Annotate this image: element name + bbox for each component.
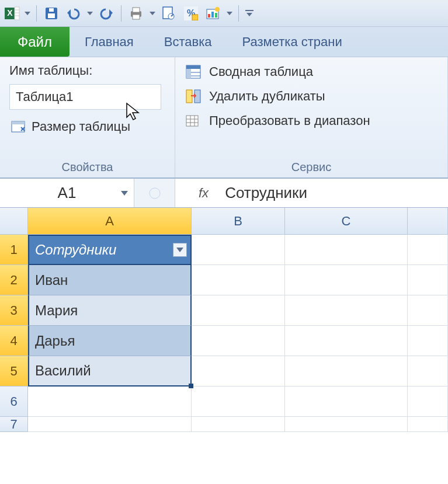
resize-table-icon [9, 118, 27, 135]
worksheet-grid: A B C 1 Сотрудники 2 Иван 3 Мария 4 Дарь… [0, 208, 448, 432]
percent-format-button[interactable]: % [181, 4, 201, 23]
cell-d6[interactable] [408, 386, 448, 417]
row-header-7[interactable]: 7 [0, 417, 28, 432]
cell-a6[interactable] [28, 386, 192, 417]
cell-b1[interactable] [192, 235, 285, 265]
redo-button[interactable] [96, 4, 116, 23]
tab-page-layout[interactable]: Разметка страни [227, 27, 357, 57]
svg-point-37 [150, 188, 160, 199]
undo-dropdown-icon[interactable] [86, 12, 94, 15]
column-header-a[interactable]: A [28, 208, 192, 235]
cell-b5[interactable] [192, 356, 285, 386]
table-name-input[interactable] [9, 84, 161, 110]
page-setup-button[interactable] [159, 4, 179, 23]
tab-home[interactable]: Главная [70, 27, 149, 57]
svg-rect-11 [133, 15, 140, 19]
pivot-table-button[interactable]: Сводная таблица [185, 63, 438, 81]
filter-dropdown-button[interactable] [173, 243, 187, 257]
ribbon-body: Имя таблицы: Размер таблицы Свойства Сво… [0, 57, 448, 179]
svg-rect-22 [245, 10, 253, 11]
ribbon-group-properties: Имя таблицы: Размер таблицы Свойства [0, 57, 175, 177]
row-header-4[interactable]: 4 [0, 326, 28, 356]
cell-c2[interactable] [285, 265, 408, 295]
pivot-table-label: Сводная таблица [209, 64, 313, 79]
resize-table-button[interactable]: Размер таблицы [9, 118, 165, 135]
formula-bar: A1 fx Сотрудники [0, 179, 448, 208]
ribbon-tabs: Файл Главная Вставка Разметка страни [0, 27, 448, 57]
save-button[interactable] [41, 4, 61, 23]
group-label-properties: Свойства [9, 157, 165, 174]
cell-c1[interactable] [285, 235, 408, 265]
row-header-2[interactable]: 2 [0, 265, 28, 295]
svg-point-21 [215, 7, 220, 12]
cell-a7[interactable] [28, 417, 192, 432]
cell-d5[interactable] [408, 356, 448, 386]
print-button[interactable] [126, 4, 146, 23]
fx-insert-button[interactable] [134, 179, 175, 207]
cell-b2[interactable] [192, 265, 285, 295]
qat-customize-dropdown-icon[interactable] [244, 10, 255, 17]
tab-file[interactable]: Файл [0, 27, 70, 57]
undo-button[interactable] [64, 4, 84, 23]
quick-access-toolbar: X % [0, 0, 448, 27]
svg-rect-24 [12, 121, 25, 124]
cell-b3[interactable] [192, 295, 285, 326]
pivot-table-icon [185, 63, 202, 81]
column-header-c[interactable]: C [285, 208, 408, 235]
table-row[interactable]: Дарья [28, 326, 192, 356]
cell-c5[interactable] [285, 356, 408, 386]
column-header-extra[interactable] [408, 208, 448, 235]
app-menu-dropdown-icon[interactable] [23, 12, 32, 15]
remove-duplicates-icon [185, 88, 202, 105]
chart-wizard-button[interactable] [203, 4, 223, 23]
cell-c3[interactable] [285, 295, 408, 326]
table-header-cell[interactable]: Сотрудники [28, 235, 192, 265]
table-row[interactable]: Мария [28, 295, 192, 326]
name-box[interactable]: A1 [0, 179, 134, 207]
excel-logo-icon: X [4, 5, 21, 22]
cell-d1[interactable] [408, 235, 448, 265]
convert-range-label: Преобразовать в диапазон [209, 113, 370, 128]
svg-rect-32 [186, 116, 198, 126]
svg-rect-10 [133, 8, 140, 12]
svg-rect-16 [192, 15, 198, 20]
cell-b4[interactable] [192, 326, 285, 356]
cell-b7[interactable] [192, 417, 285, 432]
tab-insert[interactable]: Вставка [149, 27, 227, 57]
table-row[interactable]: Иван [28, 265, 192, 295]
cell-d4[interactable] [408, 326, 448, 356]
svg-rect-7 [48, 13, 55, 18]
chart-dropdown-icon[interactable] [225, 12, 234, 15]
cell-b6[interactable] [192, 386, 285, 417]
cell-c6[interactable] [285, 386, 408, 417]
row-header-6[interactable]: 6 [0, 386, 28, 417]
table-row[interactable]: Василий [28, 356, 192, 386]
table-name-label: Имя таблицы: [9, 63, 165, 78]
row-header-3[interactable]: 3 [0, 295, 28, 326]
print-dropdown-icon[interactable] [148, 12, 157, 15]
select-all-corner[interactable] [0, 208, 28, 235]
svg-rect-26 [186, 65, 200, 69]
cell-d3[interactable] [408, 295, 448, 326]
row-header-1[interactable]: 1 [0, 235, 28, 265]
table-header-text: Сотрудники [35, 242, 116, 258]
svg-rect-18 [208, 14, 210, 18]
name-box-dropdown-icon[interactable] [121, 191, 128, 196]
svg-rect-20 [215, 13, 217, 18]
group-label-tools: Сервис [185, 157, 438, 174]
svg-rect-27 [186, 69, 191, 78]
formula-content[interactable]: Сотрудники [219, 184, 448, 202]
svg-rect-2 [15, 7, 19, 20]
cell-c4[interactable] [285, 326, 408, 356]
fx-label[interactable]: fx [199, 186, 209, 201]
svg-rect-19 [211, 12, 214, 18]
convert-to-range-button[interactable]: Преобразовать в диапазон [185, 112, 438, 130]
cell-d7[interactable] [408, 417, 448, 432]
cell-c7[interactable] [285, 417, 408, 432]
ribbon-group-tools: Сводная таблица Удалить дубликаты Преобр… [175, 57, 448, 177]
cell-d2[interactable] [408, 265, 448, 295]
row-header-5[interactable]: 5 [0, 356, 28, 386]
column-header-b[interactable]: B [192, 208, 285, 235]
resize-table-label: Размер таблицы [32, 119, 130, 134]
remove-duplicates-button[interactable]: Удалить дубликаты [185, 88, 438, 105]
